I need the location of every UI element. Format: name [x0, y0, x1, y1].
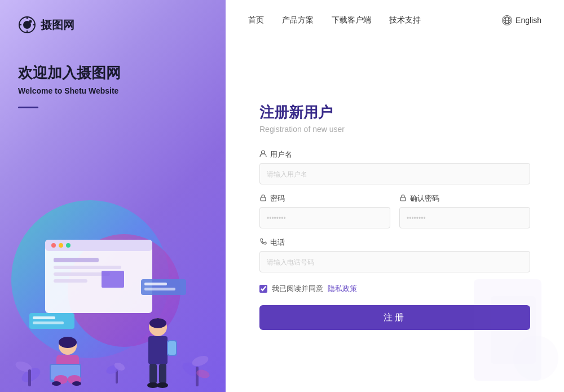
svg-rect-33 [148, 336, 168, 364]
nav-support[interactable]: 技术支持 [389, 15, 421, 25]
lock-confirm-icon [399, 194, 407, 203]
page-container: 摄图网 欢迎加入摄图网 Welcome to Shetu Website [0, 0, 564, 392]
confirm-password-label: 确认密码 [399, 193, 530, 204]
password-group: 密码 [259, 193, 390, 228]
logo-area: 摄图网 [0, 0, 226, 50]
nav-download[interactable]: 下载客户端 [332, 15, 371, 25]
svg-point-30 [52, 381, 61, 386]
form-title-en: Registration of new user [259, 125, 530, 134]
user-icon [259, 150, 267, 159]
password-label: 密码 [259, 193, 390, 204]
password-input[interactable] [259, 207, 390, 228]
phone-label: 电话 [259, 237, 530, 248]
register-button[interactable]: 注册 [259, 305, 530, 330]
svg-point-11 [66, 243, 70, 248]
svg-rect-46 [196, 367, 199, 386]
phone-input[interactable] [259, 251, 530, 272]
checkbox-text: 我已阅读并同意 [272, 284, 323, 294]
phone-icon [259, 238, 267, 247]
svg-rect-21 [144, 283, 167, 285]
svg-rect-20 [141, 279, 186, 295]
welcome-en-text: Welcome to Shetu Website [18, 86, 208, 95]
svg-point-27 [59, 337, 77, 348]
svg-rect-43 [28, 369, 31, 386]
svg-rect-13 [54, 266, 121, 269]
form-title-cn: 注册新用户 [259, 103, 530, 122]
svg-rect-37 [149, 364, 157, 384]
logo-text: 摄图网 [41, 17, 74, 33]
illustration [0, 166, 226, 392]
svg-point-31 [72, 381, 81, 386]
svg-rect-59 [400, 197, 406, 201]
language-globe-icon [502, 15, 512, 25]
header-nav: 首页 产品方案 下载客户端 技术支持 English [226, 0, 564, 41]
registration-form-area: 注册新用户 Registration of new user 用户名 [226, 41, 564, 392]
lock-icon [259, 194, 267, 203]
svg-rect-22 [144, 288, 175, 290]
svg-point-40 [157, 382, 168, 388]
svg-rect-19 [33, 321, 64, 324]
privacy-checkbox-row: 我已阅读并同意 隐私政策 [259, 284, 530, 294]
svg-rect-18 [33, 316, 55, 319]
welcome-area: 欢迎加入摄图网 Welcome to Shetu Website [0, 50, 226, 100]
username-group: 用户名 [259, 149, 530, 184]
svg-point-2 [29, 20, 32, 23]
welcome-divider [18, 107, 38, 108]
svg-rect-36 [168, 341, 176, 355]
language-label: English [515, 16, 541, 25]
nav-home[interactable]: 首页 [248, 15, 264, 25]
username-input[interactable] [259, 163, 530, 184]
svg-rect-12 [54, 258, 99, 262]
language-selector[interactable]: English [502, 15, 541, 25]
svg-rect-58 [261, 197, 266, 201]
svg-rect-15 [54, 279, 87, 283]
privacy-checkbox[interactable] [259, 285, 267, 293]
welcome-cn-text: 欢迎加入摄图网 [18, 63, 208, 83]
nav-products[interactable]: 产品方案 [282, 15, 314, 25]
username-label: 用户名 [259, 149, 530, 160]
svg-point-34 [149, 318, 166, 328]
svg-point-9 [51, 243, 56, 248]
confirm-password-input[interactable] [399, 207, 530, 228]
right-panel: 首页 产品方案 下载客户端 技术支持 English 注册新用户 Registr [226, 0, 564, 392]
password-row: 密码 确认密码 [259, 193, 530, 228]
left-panel: 摄图网 欢迎加入摄图网 Welcome to Shetu Website [0, 0, 226, 392]
confirm-password-group: 确认密码 [399, 193, 530, 228]
svg-rect-16 [102, 271, 124, 288]
svg-rect-17 [29, 313, 74, 329]
logo-icon [18, 16, 36, 34]
phone-group: 电话 [259, 237, 530, 272]
privacy-link[interactable]: 隐私政策 [328, 284, 357, 294]
svg-rect-38 [159, 364, 166, 384]
nav-links: 首页 产品方案 下载客户端 技术支持 [248, 15, 502, 25]
svg-point-10 [59, 243, 63, 248]
